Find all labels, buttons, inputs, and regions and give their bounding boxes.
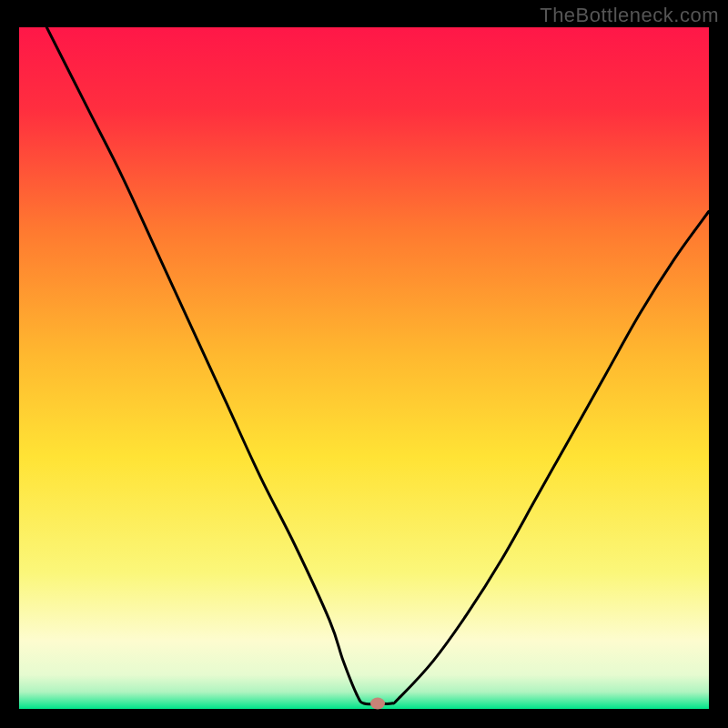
gradient-background [19,27,709,709]
chart-frame: TheBottleneck.com [0,0,728,728]
chart-svg [19,27,709,709]
plot-area [19,27,709,709]
optimal-point-marker [370,698,385,710]
watermark-text: TheBottleneck.com [540,4,719,27]
